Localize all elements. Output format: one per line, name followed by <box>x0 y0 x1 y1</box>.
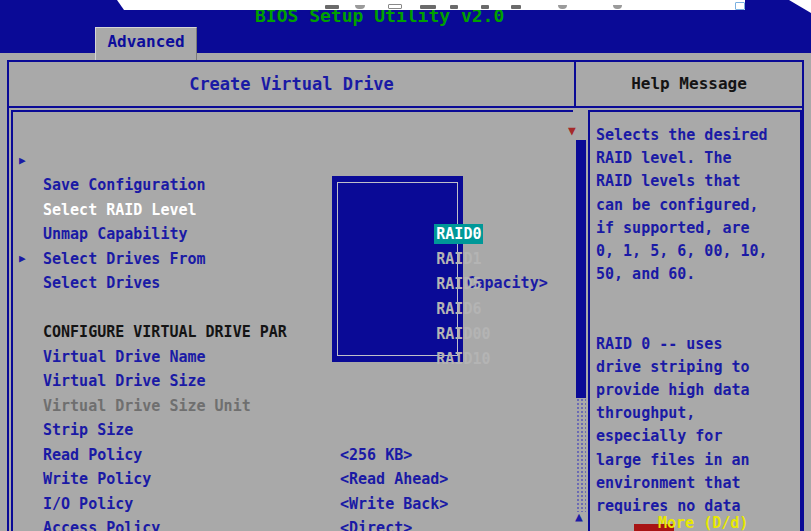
menu-item[interactable]: ▶ Disable Background <No> <box>13 516 573 531</box>
toolbar-icon-fragment <box>558 5 567 9</box>
help-text-line: provide high data <box>596 379 798 402</box>
menu-item[interactable]: ▶ Strip Size <256 KB> <box>13 369 573 394</box>
toolbar-icon-fragment <box>450 5 458 9</box>
menu-item[interactable]: ▶ Select Drives <box>13 222 573 247</box>
help-text-line: throughput, <box>596 402 798 425</box>
help-text-line: RAID 0 -- uses <box>596 333 798 356</box>
menu-item[interactable]: ▶ Access Policy <Read/Write> <box>13 467 573 492</box>
raid-level-popup: RAID0 RAID1 RAID5 RAID6 RAID00 RAID10 <box>332 176 463 362</box>
toolbar-icon-fragment <box>511 5 521 9</box>
scroll-down-icon[interactable]: ▼ <box>568 124 576 137</box>
help-text-line <box>596 310 798 333</box>
more-indicator: More (D/d) <box>658 514 748 531</box>
popup-option-label: RAID5 <box>434 274 483 294</box>
menu-item[interactable]: ▶ Virtual Drive Name <box>13 296 573 321</box>
help-text-line: especially for <box>596 425 798 448</box>
toolbar-icon-fragment <box>325 5 339 9</box>
help-text-line: Selects the desired <box>596 124 798 147</box>
toolbar-icon-fragment <box>613 5 622 9</box>
menu-item[interactable]: ▶ Write Policy <Write Back> <box>13 418 573 443</box>
help-text-line: 50, and 60. <box>596 263 798 286</box>
header-border <box>9 106 802 108</box>
bios-screen: BIOS Setup Utility v2.0 Advanced Create … <box>0 0 811 531</box>
scrollbar-thumb[interactable] <box>576 140 586 398</box>
help-text-line: environment that <box>596 472 798 495</box>
popup-option-label: RAID6 <box>434 299 483 319</box>
menu-item[interactable]: ▶ Select RAID Level <RAID0> <box>13 149 573 174</box>
popup-option-label: RAID10 <box>434 349 492 369</box>
tab-advanced[interactable]: Advanced <box>95 27 197 60</box>
toolbar-icon-fragment <box>481 5 489 9</box>
help-text-line: if supported, are <box>596 217 798 240</box>
toolbar-icon-fragment <box>420 5 436 9</box>
toolbar-icon-fragment <box>735 2 745 10</box>
toolbar-icon-fragment <box>355 5 365 9</box>
main-panel: Create Virtual Drive Help Message ▶ Save… <box>7 60 804 531</box>
menu-item[interactable]: ▶ <box>13 247 573 272</box>
help-text-line: can be configured, <box>596 194 798 217</box>
menu-item[interactable]: ▶ Read Policy <Read Ahead> <box>13 394 573 419</box>
scroll-up-icon[interactable]: ▲ <box>575 510 583 523</box>
popup-option-label: RAID1 <box>434 249 483 269</box>
help-panel: Selects the desiredRAID level. TheRAID l… <box>588 110 802 531</box>
menu-item[interactable]: ▶ Drive Cache <Unchanged> <box>13 492 573 517</box>
help-text-line: RAID level. The <box>596 147 798 170</box>
menu-item[interactable]: ▶ Unmap Capability <box>13 173 573 198</box>
popup-option-label: RAID00 <box>434 324 492 344</box>
menu-item[interactable]: ▶ I/O Policy <Direct> <box>13 443 573 468</box>
page-title: Create Virtual Drive <box>9 62 574 106</box>
help-panel-title: Help Message <box>576 62 802 106</box>
help-text-line <box>596 286 798 309</box>
toolbar-icon-fragment <box>388 4 402 9</box>
popup-option-label: RAID0 <box>434 224 483 244</box>
help-text-line: 0, 1, 5, 6, 00, 10, <box>596 240 798 263</box>
menu-item[interactable]: ▶ Select Drives From <Unconfigured Capac… <box>13 198 573 223</box>
partial-toolbar-overlay <box>103 0 745 10</box>
menu-item[interactable]: ▶ CONFIGURE VIRTUAL DRIVE PAR <box>13 271 573 296</box>
menu-item[interactable]: ▶ Save Configuration <box>13 124 573 149</box>
help-text-line: drive striping to <box>596 356 798 379</box>
help-text-line: RAID levels that <box>596 170 798 193</box>
help-text: Selects the desiredRAID level. TheRAID l… <box>596 124 798 518</box>
scrollbar-track[interactable] <box>576 398 586 512</box>
help-text-line: large files in an <box>596 449 798 472</box>
settings-list: ▶ Save Configuration ▶ Select RAID Level… <box>11 110 573 531</box>
popup-option[interactable]: RAID0 <box>344 197 455 222</box>
